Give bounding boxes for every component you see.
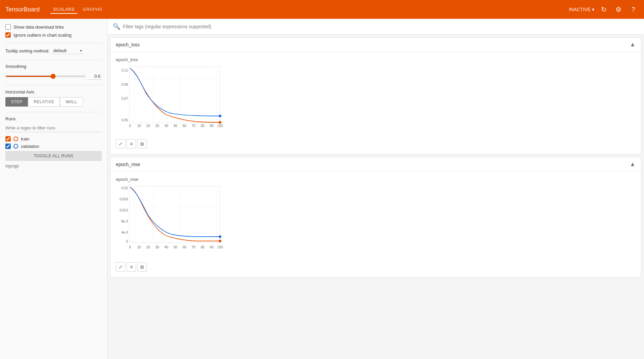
run-validation-dot bbox=[13, 144, 18, 149]
logo: TensorBoard bbox=[5, 6, 40, 13]
ignore-outliers-checkbox[interactable] bbox=[5, 32, 11, 38]
run-validation-label: validation bbox=[21, 144, 39, 149]
svg-text:10: 10 bbox=[137, 124, 141, 128]
svg-text:0: 0 bbox=[129, 124, 131, 128]
collapse-loss-icon: ▲ bbox=[630, 41, 636, 48]
svg-rect-18 bbox=[129, 186, 220, 243]
runs-filter-input[interactable] bbox=[5, 124, 102, 132]
runs-label: Runs bbox=[5, 116, 102, 121]
epoch-mse-title: epoch_mse bbox=[116, 162, 140, 167]
show-download-links-row[interactable]: Show data download links bbox=[5, 24, 102, 30]
svg-text:8e-3: 8e-3 bbox=[121, 220, 128, 223]
svg-text:90: 90 bbox=[210, 124, 214, 128]
svg-point-37 bbox=[219, 240, 221, 242]
axis-step-button[interactable]: STEP bbox=[5, 97, 28, 107]
epoch-mse-chart-wrap: 0.02 0.016 0.012 8e-3 4e-3 0 0 10 20 30 … bbox=[116, 185, 230, 260]
svg-text:80: 80 bbox=[201, 245, 205, 249]
data-loss-button[interactable]: ≡ bbox=[127, 139, 136, 149]
svg-text:0: 0 bbox=[129, 245, 131, 249]
svg-text:0.11: 0.11 bbox=[122, 69, 128, 72]
layout: Show data download links Ignore outliers… bbox=[0, 19, 644, 359]
sidebar: Show data download links Ignore outliers… bbox=[0, 19, 108, 359]
run-validation-checkbox[interactable] bbox=[5, 144, 11, 149]
svg-text:90: 90 bbox=[210, 245, 214, 249]
settings-button[interactable]: ⚙ bbox=[613, 4, 624, 15]
axis-wall-button[interactable]: WALL bbox=[60, 97, 83, 107]
svg-text:0.07: 0.07 bbox=[122, 97, 128, 101]
tooltip-row: Tooltip sorting method: default ascendin… bbox=[5, 47, 102, 54]
run-train-label: train bbox=[21, 136, 29, 142]
svg-text:0.016: 0.016 bbox=[120, 197, 128, 201]
data-mse-button[interactable]: ≡ bbox=[127, 262, 136, 272]
svg-text:0.02: 0.02 bbox=[122, 186, 128, 190]
epoch-loss-container: epoch_loss 0.11 0.09 bbox=[111, 52, 641, 154]
nav-scalars[interactable]: SCALARS bbox=[50, 5, 77, 14]
fit-loss-button[interactable]: ⊞ bbox=[137, 139, 147, 149]
tooltip-select[interactable]: default ascending descending nearest bbox=[52, 47, 83, 54]
axis-buttons: STEP RELATIVE WALL bbox=[5, 97, 102, 107]
svg-text:50: 50 bbox=[173, 245, 177, 249]
epoch-mse-container: epoch_mse 0.02 0.016 0.012 8e-3 bbox=[111, 171, 641, 277]
search-input[interactable] bbox=[123, 24, 639, 29]
status-dropdown[interactable]: INACTIVE ▾ bbox=[569, 7, 594, 12]
smoothing-label: Smoothing bbox=[5, 64, 102, 69]
smoothing-value-input[interactable] bbox=[88, 73, 102, 80]
svg-text:40: 40 bbox=[164, 245, 168, 249]
expand-loss-button[interactable]: ⤢ bbox=[116, 139, 125, 149]
svg-text:4e-3: 4e-3 bbox=[121, 231, 128, 234]
epoch-loss-chart-title: epoch_loss bbox=[116, 57, 636, 62]
epoch-mse-chart-title: epoch_mse bbox=[116, 177, 636, 182]
show-download-links-checkbox[interactable] bbox=[5, 24, 11, 30]
svg-text:30: 30 bbox=[155, 124, 159, 128]
svg-text:20: 20 bbox=[146, 124, 150, 128]
header: TensorBoard SCALARS GRAPHS INACTIVE ▾ ↻ … bbox=[0, 0, 644, 19]
status-chevron-icon: ▾ bbox=[592, 7, 594, 12]
svg-point-36 bbox=[219, 235, 221, 238]
run-train-dot bbox=[13, 136, 18, 141]
svg-text:50: 50 bbox=[173, 124, 177, 128]
options-section: Show data download links Ignore outliers… bbox=[5, 24, 102, 38]
svg-text:10: 10 bbox=[137, 245, 141, 249]
divider-4 bbox=[5, 112, 102, 112]
search-bar: 🔍 bbox=[108, 19, 644, 35]
main-content: 🔍 epoch_loss ▲ epoch_loss bbox=[108, 19, 644, 359]
collapse-mse-icon: ▲ bbox=[630, 161, 636, 168]
status-label: INACTIVE bbox=[569, 7, 591, 12]
divider-3 bbox=[5, 85, 102, 85]
smoothing-slider[interactable] bbox=[5, 76, 86, 77]
refresh-button[interactable]: ↻ bbox=[598, 4, 609, 15]
axis-relative-button[interactable]: RELATIVE bbox=[28, 97, 60, 107]
epoch-mse-actions: ⤢ ≡ ⊞ bbox=[116, 262, 636, 272]
svg-text:0.012: 0.012 bbox=[120, 208, 128, 212]
svg-text:100: 100 bbox=[217, 245, 223, 249]
epoch-loss-header[interactable]: epoch_loss ▲ bbox=[111, 38, 641, 52]
ignore-outliers-label: Ignore outliers in chart scaling bbox=[13, 33, 72, 38]
epoch-loss-title: epoch_loss bbox=[116, 42, 140, 47]
axis-label: Horizontal Axis bbox=[5, 89, 102, 94]
svg-text:20: 20 bbox=[146, 245, 150, 249]
search-icon: 🔍 bbox=[113, 23, 120, 30]
epoch-loss-actions: ⤢ ≡ ⊞ bbox=[116, 139, 636, 149]
help-button[interactable]: ? bbox=[628, 4, 639, 15]
epoch-loss-section: epoch_loss ▲ epoch_loss bbox=[110, 37, 641, 154]
svg-point-16 bbox=[219, 115, 221, 117]
fit-mse-button[interactable]: ⊞ bbox=[137, 262, 147, 272]
ignore-outliers-row[interactable]: Ignore outliers in chart scaling bbox=[5, 32, 102, 38]
svg-text:40: 40 bbox=[164, 124, 168, 128]
svg-point-17 bbox=[219, 121, 221, 124]
nav-graphs[interactable]: GRAPHS bbox=[80, 5, 105, 14]
svg-text:0.05: 0.05 bbox=[122, 118, 128, 122]
divider-1 bbox=[5, 43, 102, 43]
svg-text:0.09: 0.09 bbox=[122, 83, 128, 86]
epoch-loss-chart-wrap: 0.11 0.09 0.07 0.05 0 10 20 30 40 50 60 … bbox=[116, 65, 230, 136]
run-train-checkbox[interactable] bbox=[5, 136, 11, 142]
svg-text:70: 70 bbox=[191, 124, 196, 128]
smoothing-row bbox=[5, 73, 102, 80]
expand-mse-button[interactable]: ⤢ bbox=[116, 262, 125, 272]
tooltip-select-wrapper[interactable]: default ascending descending nearest bbox=[52, 47, 83, 54]
toggle-all-runs-button[interactable]: TOGGLE ALL RUNS bbox=[5, 151, 102, 161]
epoch-loss-svg: 0.11 0.09 0.07 0.05 0 10 20 30 40 50 60 … bbox=[116, 65, 230, 135]
tooltip-label: Tooltip sorting method: bbox=[5, 48, 49, 53]
svg-text:80: 80 bbox=[201, 124, 205, 128]
epoch-mse-header[interactable]: epoch_mse ▲ bbox=[111, 157, 641, 171]
